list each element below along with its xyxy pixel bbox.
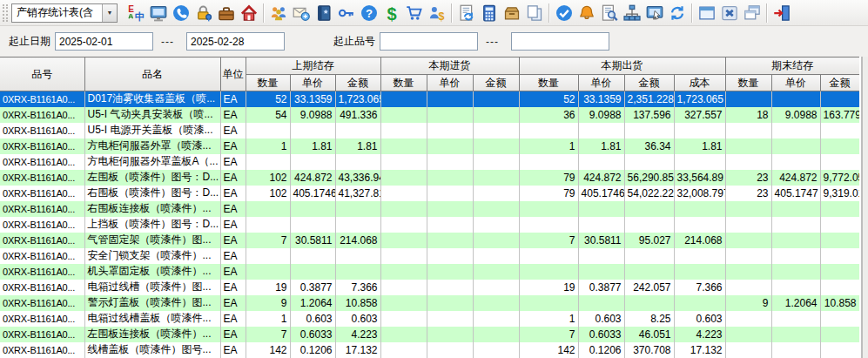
value-cell[interactable] bbox=[674, 217, 725, 233]
value-cell[interactable] bbox=[473, 311, 519, 327]
value-cell[interactable] bbox=[624, 248, 674, 264]
value-cell[interactable]: 0.3877 bbox=[578, 280, 624, 295]
value-cell[interactable] bbox=[771, 280, 820, 295]
value-cell[interactable] bbox=[519, 295, 578, 311]
value-cell[interactable] bbox=[578, 123, 624, 138]
value-cell[interactable] bbox=[335, 264, 380, 280]
item-to-input[interactable] bbox=[511, 32, 609, 51]
value-cell[interactable] bbox=[771, 264, 820, 280]
value-cell[interactable] bbox=[820, 201, 859, 217]
value-cell[interactable] bbox=[725, 217, 771, 233]
value-cell[interactable] bbox=[246, 154, 290, 170]
value-cell[interactable]: 30.5811 bbox=[578, 233, 624, 248]
value-cell[interactable] bbox=[380, 107, 427, 123]
value-cell[interactable] bbox=[380, 154, 427, 170]
value-cell[interactable] bbox=[725, 201, 771, 217]
value-cell[interactable]: 242.057 bbox=[624, 280, 674, 295]
value-cell[interactable] bbox=[380, 342, 427, 358]
value-cell[interactable]: 0.6033 bbox=[578, 327, 624, 342]
value-cell[interactable] bbox=[578, 248, 624, 264]
unit-cell[interactable]: EA bbox=[220, 342, 246, 358]
value-cell[interactable]: 54,022.228 bbox=[624, 186, 674, 201]
close-window-icon[interactable] bbox=[718, 2, 741, 24]
value-cell[interactable] bbox=[820, 264, 859, 280]
value-cell[interactable]: 1.81 bbox=[674, 138, 725, 154]
value-cell[interactable] bbox=[725, 280, 771, 295]
user-dollar-icon[interactable]: $ bbox=[426, 2, 448, 24]
value-cell[interactable]: 0.603 bbox=[674, 311, 725, 327]
value-cell[interactable] bbox=[427, 186, 473, 201]
value-cell[interactable] bbox=[771, 154, 820, 170]
item-code-cell[interactable]: 0XRX-B1161A0... bbox=[0, 264, 84, 280]
value-cell[interactable]: 1.81 bbox=[290, 138, 335, 154]
value-cell[interactable]: 7.366 bbox=[335, 280, 380, 295]
value-cell[interactable] bbox=[771, 311, 820, 327]
value-cell[interactable]: 18 bbox=[725, 107, 771, 123]
value-cell[interactable] bbox=[674, 248, 725, 264]
value-cell[interactable]: 4.223 bbox=[674, 327, 725, 342]
unit-cell[interactable]: EA bbox=[220, 91, 246, 107]
calculator-icon[interactable] bbox=[478, 2, 501, 24]
item-from-input[interactable] bbox=[380, 32, 478, 51]
item-name-cell[interactable]: 方电柜伺服器外罩盖板A（... bbox=[84, 154, 220, 170]
value-cell[interactable]: 0.3877 bbox=[290, 280, 335, 295]
dollar-icon[interactable]: $ bbox=[380, 2, 403, 24]
cart-icon[interactable] bbox=[403, 2, 426, 24]
value-cell[interactable] bbox=[473, 154, 519, 170]
item-code-cell[interactable]: 0XRX-B1161A0... bbox=[0, 186, 84, 201]
value-cell[interactable] bbox=[771, 138, 820, 154]
window-icon[interactable] bbox=[696, 2, 718, 24]
refresh-icon[interactable] bbox=[666, 2, 689, 24]
value-cell[interactable]: 142 bbox=[246, 342, 290, 358]
value-cell[interactable] bbox=[473, 342, 519, 358]
value-cell[interactable] bbox=[578, 295, 624, 311]
value-cell[interactable]: 56,290.855 bbox=[624, 170, 674, 186]
value-cell[interactable]: 0.1206 bbox=[290, 342, 335, 358]
key-icon[interactable] bbox=[335, 2, 358, 24]
value-cell[interactable]: 0.1206 bbox=[578, 342, 624, 358]
value-cell[interactable] bbox=[335, 248, 380, 264]
value-cell[interactable]: 7.366 bbox=[674, 280, 725, 295]
value-cell[interactable] bbox=[427, 170, 473, 186]
translate-icon[interactable]: E中 bbox=[124, 2, 147, 24]
value-cell[interactable] bbox=[578, 264, 624, 280]
value-cell[interactable]: 405.1746 bbox=[578, 186, 624, 201]
value-cell[interactable] bbox=[246, 217, 290, 233]
value-cell[interactable]: 30.5811 bbox=[290, 233, 335, 248]
value-cell[interactable] bbox=[674, 295, 725, 311]
item-name-cell[interactable]: 气管固定架（喷漆件）图... bbox=[84, 233, 220, 248]
item-name-cell[interactable]: U5-I 电源开关盖板（喷漆... bbox=[84, 123, 220, 138]
item-name-cell[interactable]: 机头罩固定板（喷漆件）... bbox=[84, 264, 220, 280]
value-cell[interactable] bbox=[725, 264, 771, 280]
value-cell[interactable]: 1.2064 bbox=[290, 295, 335, 311]
value-cell[interactable]: 2,351.228 bbox=[624, 91, 674, 107]
value-cell[interactable] bbox=[578, 201, 624, 217]
value-cell[interactable] bbox=[725, 233, 771, 248]
value-cell[interactable] bbox=[725, 123, 771, 138]
value-cell[interactable] bbox=[335, 154, 380, 170]
archive-icon[interactable] bbox=[501, 2, 523, 24]
users-icon[interactable] bbox=[267, 2, 290, 24]
value-cell[interactable] bbox=[624, 217, 674, 233]
item-code-cell[interactable]: 0XRX-B1161A0... bbox=[0, 342, 84, 358]
value-cell[interactable] bbox=[427, 327, 473, 342]
value-cell[interactable] bbox=[473, 91, 519, 107]
value-cell[interactable]: 79 bbox=[519, 170, 578, 186]
help-icon[interactable]: ? bbox=[358, 2, 380, 24]
value-cell[interactable]: 424.872 bbox=[578, 170, 624, 186]
value-cell[interactable]: 8.25 bbox=[624, 311, 674, 327]
value-cell[interactable] bbox=[820, 154, 859, 170]
value-cell[interactable]: 9,772.056 bbox=[820, 170, 859, 186]
value-cell[interactable] bbox=[820, 311, 859, 327]
value-cell[interactable] bbox=[427, 280, 473, 295]
value-cell[interactable]: 424.872 bbox=[771, 170, 820, 186]
item-code-cell[interactable]: 0XRX-B1161A0... bbox=[0, 107, 84, 123]
value-cell[interactable] bbox=[473, 186, 519, 201]
value-cell[interactable] bbox=[380, 170, 427, 186]
value-cell[interactable]: 54 bbox=[246, 107, 290, 123]
value-cell[interactable]: 7 bbox=[246, 327, 290, 342]
value-cell[interactable]: 7 bbox=[519, 233, 578, 248]
value-cell[interactable] bbox=[380, 186, 427, 201]
unit-cell[interactable]: EA bbox=[220, 327, 246, 342]
value-cell[interactable] bbox=[290, 248, 335, 264]
